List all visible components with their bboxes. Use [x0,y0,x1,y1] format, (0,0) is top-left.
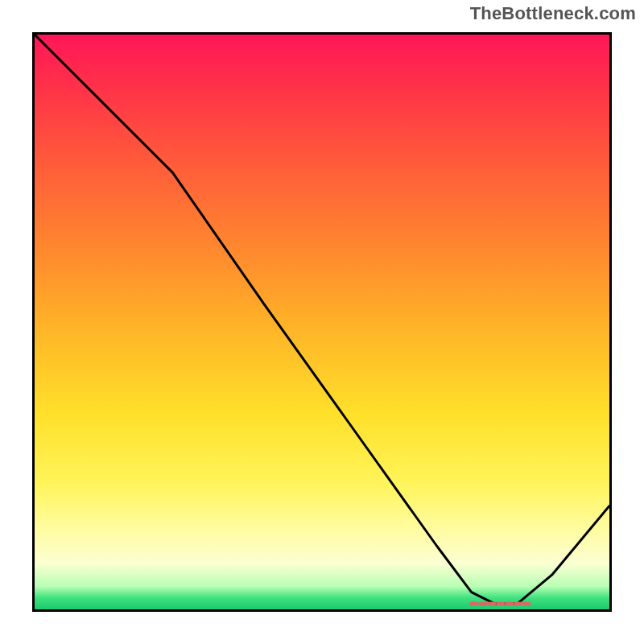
bottleneck-curve-path [35,35,609,604]
plot-area [32,32,612,612]
curve-layer [35,35,609,609]
chart-canvas: TheBottleneck.com [0,0,644,644]
watermark-text: TheBottleneck.com [470,3,636,24]
